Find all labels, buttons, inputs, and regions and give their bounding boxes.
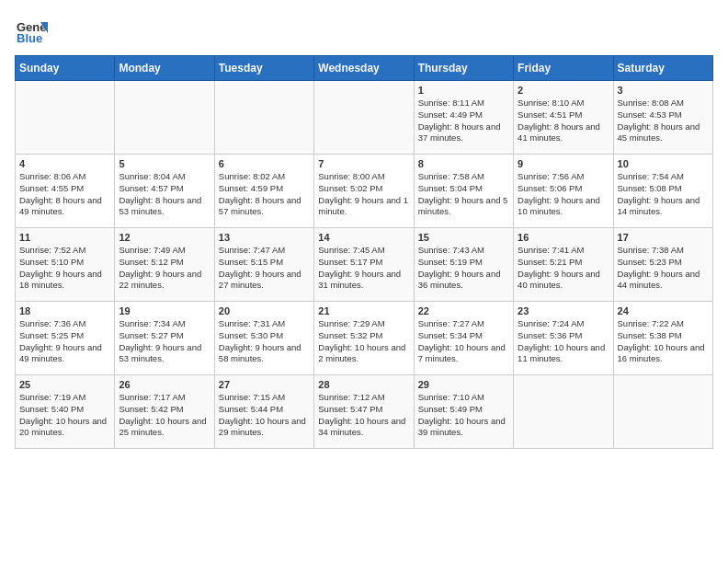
day-number: 21	[318, 305, 409, 316]
cell-content: Sunrise: 7:45 AM Sunset: 5:17 PM Dayligh…	[318, 245, 409, 292]
cell-content: Sunrise: 7:58 AM Sunset: 5:04 PM Dayligh…	[418, 171, 509, 218]
day-number: 10	[618, 158, 709, 169]
calendar-week-5: 25Sunrise: 7:19 AM Sunset: 5:40 PM Dayli…	[16, 375, 713, 449]
cell-content: Sunrise: 7:15 AM Sunset: 5:44 PM Dayligh…	[219, 392, 310, 439]
day-number: 20	[219, 305, 310, 316]
calendar-cell: 4Sunrise: 8:06 AM Sunset: 4:55 PM Daylig…	[16, 155, 115, 228]
calendar-cell: 5Sunrise: 8:04 AM Sunset: 4:57 PM Daylig…	[115, 155, 214, 228]
calendar-cell: 3Sunrise: 8:08 AM Sunset: 4:53 PM Daylig…	[613, 81, 712, 155]
logo: General Blue	[15, 15, 48, 48]
cell-content: Sunrise: 8:11 AM Sunset: 4:49 PM Dayligh…	[418, 98, 509, 144]
cell-content: Sunrise: 7:22 AM Sunset: 5:38 PM Dayligh…	[618, 318, 709, 365]
calendar-header-row: SundayMondayTuesdayWednesdayThursdayFrid…	[16, 56, 713, 81]
day-number: 16	[518, 232, 609, 243]
calendar-cell: 18Sunrise: 7:36 AM Sunset: 5:25 PM Dayli…	[16, 302, 115, 375]
header: General Blue	[15, 15, 713, 48]
cell-content: Sunrise: 7:10 AM Sunset: 5:49 PM Dayligh…	[418, 392, 509, 439]
day-number: 2	[518, 85, 609, 96]
cell-content: Sunrise: 8:10 AM Sunset: 4:51 PM Dayligh…	[518, 98, 609, 144]
day-number: 15	[418, 232, 509, 243]
cell-content: Sunrise: 7:24 AM Sunset: 5:36 PM Dayligh…	[518, 318, 609, 365]
day-number: 26	[119, 379, 210, 390]
calendar-cell: 29Sunrise: 7:10 AM Sunset: 5:49 PM Dayli…	[414, 375, 513, 449]
day-number: 29	[418, 379, 509, 390]
calendar-cell	[613, 375, 712, 449]
calendar-cell: 8Sunrise: 7:58 AM Sunset: 5:04 PM Daylig…	[414, 155, 513, 228]
cell-content: Sunrise: 7:31 AM Sunset: 5:30 PM Dayligh…	[219, 318, 310, 365]
calendar-cell: 12Sunrise: 7:49 AM Sunset: 5:12 PM Dayli…	[115, 228, 214, 302]
day-number: 7	[318, 158, 409, 169]
header-tuesday: Tuesday	[214, 56, 313, 81]
header-thursday: Thursday	[414, 56, 513, 81]
cell-content: Sunrise: 7:19 AM Sunset: 5:40 PM Dayligh…	[19, 392, 110, 439]
cell-content: Sunrise: 8:06 AM Sunset: 4:55 PM Dayligh…	[19, 171, 110, 218]
calendar-cell: 22Sunrise: 7:27 AM Sunset: 5:34 PM Dayli…	[414, 302, 513, 375]
cell-content: Sunrise: 7:52 AM Sunset: 5:10 PM Dayligh…	[19, 245, 110, 292]
cell-content: Sunrise: 7:29 AM Sunset: 5:32 PM Dayligh…	[318, 318, 409, 365]
svg-text:Blue: Blue	[17, 31, 42, 45]
day-number: 27	[219, 379, 310, 390]
calendar-cell: 25Sunrise: 7:19 AM Sunset: 5:40 PM Dayli…	[16, 375, 115, 449]
day-number: 1	[418, 85, 509, 96]
calendar-cell: 28Sunrise: 7:12 AM Sunset: 5:47 PM Dayli…	[314, 375, 414, 449]
header-wednesday: Wednesday	[314, 56, 414, 81]
day-number: 19	[119, 305, 210, 316]
calendar-cell	[16, 81, 115, 155]
calendar-cell: 27Sunrise: 7:15 AM Sunset: 5:44 PM Dayli…	[214, 375, 313, 449]
cell-content: Sunrise: 8:08 AM Sunset: 4:53 PM Dayligh…	[618, 98, 709, 144]
day-number: 5	[119, 158, 210, 169]
cell-content: Sunrise: 7:49 AM Sunset: 5:12 PM Dayligh…	[119, 245, 210, 292]
day-number: 12	[119, 232, 210, 243]
calendar-table: SundayMondayTuesdayWednesdayThursdayFrid…	[15, 55, 713, 449]
calendar-cell: 24Sunrise: 7:22 AM Sunset: 5:38 PM Dayli…	[613, 302, 712, 375]
cell-content: Sunrise: 7:27 AM Sunset: 5:34 PM Dayligh…	[418, 318, 509, 365]
calendar-week-3: 11Sunrise: 7:52 AM Sunset: 5:10 PM Dayli…	[16, 228, 713, 302]
calendar-cell: 17Sunrise: 7:38 AM Sunset: 5:23 PM Dayli…	[613, 228, 712, 302]
calendar-cell: 13Sunrise: 7:47 AM Sunset: 5:15 PM Dayli…	[214, 228, 313, 302]
calendar-cell: 9Sunrise: 7:56 AM Sunset: 5:06 PM Daylig…	[514, 155, 613, 228]
calendar-week-1: 1Sunrise: 8:11 AM Sunset: 4:49 PM Daylig…	[16, 81, 713, 155]
day-number: 9	[518, 158, 609, 169]
header-friday: Friday	[514, 56, 613, 81]
cell-content: Sunrise: 7:17 AM Sunset: 5:42 PM Dayligh…	[119, 392, 210, 439]
calendar-cell: 26Sunrise: 7:17 AM Sunset: 5:42 PM Dayli…	[115, 375, 214, 449]
calendar-cell: 21Sunrise: 7:29 AM Sunset: 5:32 PM Dayli…	[314, 302, 414, 375]
cell-content: Sunrise: 7:54 AM Sunset: 5:08 PM Dayligh…	[618, 171, 709, 218]
calendar-week-4: 18Sunrise: 7:36 AM Sunset: 5:25 PM Dayli…	[16, 302, 713, 375]
cell-content: Sunrise: 7:43 AM Sunset: 5:19 PM Dayligh…	[418, 245, 509, 292]
cell-content: Sunrise: 7:12 AM Sunset: 5:47 PM Dayligh…	[318, 392, 409, 439]
cell-content: Sunrise: 7:56 AM Sunset: 5:06 PM Dayligh…	[518, 171, 609, 218]
day-number: 18	[19, 305, 110, 316]
day-number: 25	[19, 379, 110, 390]
calendar-cell: 6Sunrise: 8:02 AM Sunset: 4:59 PM Daylig…	[214, 155, 313, 228]
day-number: 24	[618, 305, 709, 316]
calendar-cell: 16Sunrise: 7:41 AM Sunset: 5:21 PM Dayli…	[514, 228, 613, 302]
calendar-cell: 7Sunrise: 8:00 AM Sunset: 5:02 PM Daylig…	[314, 155, 414, 228]
day-number: 22	[418, 305, 509, 316]
calendar-cell: 2Sunrise: 8:10 AM Sunset: 4:51 PM Daylig…	[514, 81, 613, 155]
calendar-cell	[314, 81, 414, 155]
day-number: 14	[318, 232, 409, 243]
cell-content: Sunrise: 7:36 AM Sunset: 5:25 PM Dayligh…	[19, 318, 110, 365]
cell-content: Sunrise: 8:00 AM Sunset: 5:02 PM Dayligh…	[318, 171, 409, 218]
day-number: 8	[418, 158, 509, 169]
day-number: 23	[518, 305, 609, 316]
cell-content: Sunrise: 8:02 AM Sunset: 4:59 PM Dayligh…	[219, 171, 310, 218]
calendar-cell	[514, 375, 613, 449]
calendar-cell: 23Sunrise: 7:24 AM Sunset: 5:36 PM Dayli…	[514, 302, 613, 375]
calendar-cell: 10Sunrise: 7:54 AM Sunset: 5:08 PM Dayli…	[613, 155, 712, 228]
calendar-cell: 20Sunrise: 7:31 AM Sunset: 5:30 PM Dayli…	[214, 302, 313, 375]
day-number: 4	[19, 158, 110, 169]
calendar-cell: 14Sunrise: 7:45 AM Sunset: 5:17 PM Dayli…	[314, 228, 414, 302]
calendar-cell: 15Sunrise: 7:43 AM Sunset: 5:19 PM Dayli…	[414, 228, 513, 302]
day-number: 3	[618, 85, 709, 96]
cell-content: Sunrise: 8:04 AM Sunset: 4:57 PM Dayligh…	[119, 171, 210, 218]
logo-icon: General Blue	[15, 15, 48, 48]
header-monday: Monday	[115, 56, 214, 81]
cell-content: Sunrise: 7:38 AM Sunset: 5:23 PM Dayligh…	[618, 245, 709, 292]
cell-content: Sunrise: 7:34 AM Sunset: 5:27 PM Dayligh…	[119, 318, 210, 365]
day-number: 6	[219, 158, 310, 169]
calendar-cell: 1Sunrise: 8:11 AM Sunset: 4:49 PM Daylig…	[414, 81, 513, 155]
calendar-cell	[115, 81, 214, 155]
day-number: 17	[618, 232, 709, 243]
